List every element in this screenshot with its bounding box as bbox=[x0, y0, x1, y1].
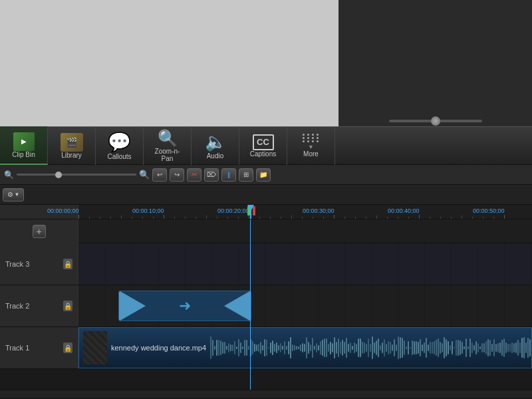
track2-content[interactable]: ➜ bbox=[78, 285, 532, 327]
waveform-bar bbox=[214, 346, 215, 350]
settings-dropdown-arrow: ▼ bbox=[15, 192, 20, 198]
waveform-bar bbox=[487, 339, 489, 357]
waveform-bar bbox=[366, 344, 367, 352]
waveform-bar bbox=[338, 338, 339, 356]
ruler-minor-tick bbox=[462, 215, 462, 219]
preview-slider[interactable] bbox=[389, 120, 482, 122]
waveform-bar bbox=[264, 339, 265, 356]
waveform-bar bbox=[220, 340, 221, 354]
toolbar-clip-bin[interactable]: Clip Bin bbox=[0, 126, 48, 165]
timeline-section: 🔍 🔍 ↩ ↪ ✂ ⌦ ‖ ⊞ 📁 ⚙ ▼ bbox=[0, 165, 532, 398]
track1-content[interactable]: kennedy wedding dance.mp4 bbox=[78, 327, 532, 368]
waveform-bar bbox=[322, 340, 323, 355]
zoom-in-icon: 🔍 bbox=[139, 170, 150, 180]
waveform-bar bbox=[292, 344, 293, 351]
track3-lock[interactable] bbox=[63, 259, 72, 269]
folder-button[interactable]: 📁 bbox=[256, 168, 271, 182]
ruler-minor-tick bbox=[344, 217, 345, 219]
zoom-slider[interactable] bbox=[17, 174, 136, 176]
ruler-minor-tick bbox=[259, 217, 260, 219]
ruler-minor-tick bbox=[89, 217, 90, 219]
waveform-bar bbox=[438, 338, 439, 357]
track1-header: Track 1 bbox=[0, 327, 78, 368]
waveform-bar bbox=[316, 343, 317, 352]
waveform-bar bbox=[471, 342, 473, 352]
markers-button[interactable]: ‖ bbox=[221, 168, 236, 182]
library-icon bbox=[61, 133, 83, 152]
waveform-bar bbox=[406, 346, 407, 348]
ripple-button[interactable]: ⌦ bbox=[204, 168, 219, 182]
waveform-bar bbox=[402, 338, 403, 358]
waveform-bar bbox=[266, 340, 267, 355]
waveform-bar bbox=[434, 341, 435, 355]
waveform-bar bbox=[318, 345, 319, 350]
waveform-bar bbox=[304, 344, 305, 352]
track2-transition-clip[interactable]: ➜ bbox=[118, 291, 251, 321]
track1-video-clip[interactable]: kennedy wedding dance.mp4 bbox=[78, 327, 532, 368]
cut-button[interactable]: ✂ bbox=[187, 168, 201, 182]
preview-right bbox=[339, 0, 532, 126]
ruler-minor-tick bbox=[121, 215, 122, 219]
waveform-bar bbox=[320, 341, 321, 355]
ruler-minor-tick bbox=[313, 217, 313, 219]
toolbar-captions[interactable]: CC Captions bbox=[239, 126, 287, 165]
waveform-bar bbox=[452, 341, 453, 354]
toolbar-library[interactable]: Library bbox=[48, 126, 96, 165]
toolbar-callouts[interactable]: 💬 Callouts bbox=[96, 126, 144, 165]
captions-icon: CC bbox=[253, 134, 274, 150]
waveform-bar bbox=[432, 342, 433, 354]
ruler-minor-tick bbox=[142, 217, 143, 219]
waveform-bar bbox=[222, 342, 223, 354]
ruler-minor-tick bbox=[153, 217, 154, 219]
ruler-minor-tick bbox=[100, 217, 100, 219]
track3-row: Track 3 bbox=[0, 243, 532, 285]
horizontal-scrollbar[interactable] bbox=[0, 390, 532, 398]
timeline-ruler: 00:00:00;00 00:00:10;00 00:00:20;00 00:0… bbox=[0, 205, 532, 219]
waveform-bar bbox=[328, 344, 329, 352]
transition-arrow: ➜ bbox=[146, 297, 224, 315]
toolbar-more[interactable]: ▼ More bbox=[287, 126, 335, 165]
waveform-bar bbox=[280, 343, 281, 352]
waveform-bar bbox=[256, 344, 257, 351]
track1-row: Track 1 kennedy wedding dance.mp4 bbox=[0, 327, 532, 369]
waveform-bar bbox=[374, 342, 375, 352]
waveform-bar bbox=[340, 342, 341, 354]
ruler-tick: 00:00:50;00 bbox=[504, 215, 505, 219]
toolbar-zoom-n-pan[interactable]: 🔍 Zoom-n-Pan bbox=[144, 126, 192, 165]
waveform-bar bbox=[527, 338, 529, 357]
ruler-minor-tick bbox=[430, 217, 430, 219]
waveform-bar bbox=[448, 341, 449, 354]
zoom-icon: 🔍 bbox=[158, 129, 178, 148]
redo-button[interactable]: ↪ bbox=[170, 168, 184, 182]
toolbar-audio[interactable]: 🔈 Audio bbox=[192, 126, 239, 165]
waveform-bar bbox=[380, 345, 381, 351]
settings-button[interactable]: ⚙ ▼ bbox=[3, 188, 24, 201]
track1-lock[interactable] bbox=[63, 342, 72, 353]
waveform-bar bbox=[517, 340, 519, 356]
track3-content[interactable] bbox=[78, 243, 532, 285]
waveform-bar bbox=[386, 344, 387, 351]
toolbar-label-clipbin: Clip Bin bbox=[12, 151, 35, 158]
toolbar-label-more: More bbox=[303, 150, 319, 158]
ruler-minor-tick bbox=[493, 217, 494, 219]
waveform-bar bbox=[400, 337, 401, 359]
add-track-button[interactable]: + bbox=[33, 225, 46, 238]
waveform-bar bbox=[523, 337, 525, 358]
ruler-minor-tick bbox=[217, 217, 217, 219]
waveform-bar bbox=[218, 340, 219, 356]
undo-button[interactable]: ↩ bbox=[152, 168, 167, 182]
add-track-header: + bbox=[0, 219, 78, 243]
ruler-minor-tick bbox=[387, 217, 388, 219]
media-button[interactable]: ⊞ bbox=[239, 168, 253, 182]
waveform-bar bbox=[236, 346, 237, 348]
ruler-tick-line bbox=[419, 215, 420, 219]
preview-area bbox=[0, 0, 532, 126]
waveform-bar bbox=[278, 345, 279, 350]
waveform-bar bbox=[368, 338, 369, 357]
track2-lock[interactable] bbox=[63, 301, 72, 311]
toolbar-label-captions: Captions bbox=[250, 150, 276, 158]
ruler-tick: 00:00:10;00 bbox=[164, 215, 164, 219]
waveform-bar bbox=[477, 343, 479, 352]
waveform-bar bbox=[460, 340, 461, 355]
waveform-bar bbox=[270, 342, 271, 354]
